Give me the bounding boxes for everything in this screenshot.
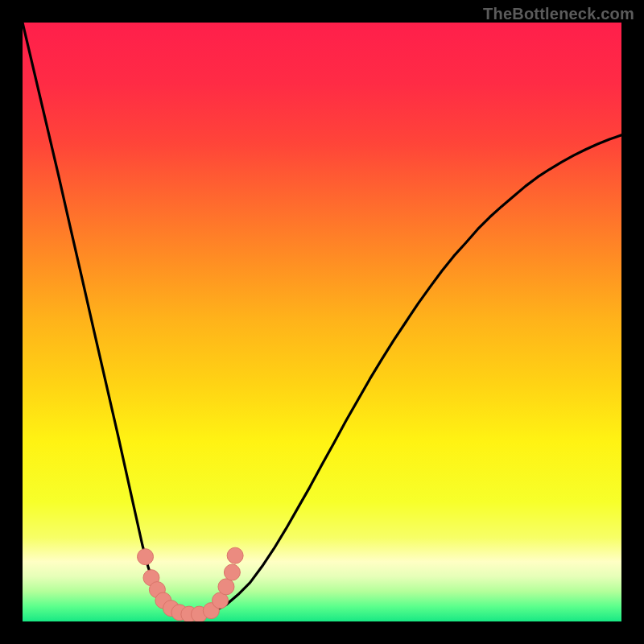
trough-marker (227, 547, 243, 564)
trough-marker (138, 549, 154, 565)
gradient-background (23, 23, 621, 621)
trough-marker (218, 579, 234, 595)
bottleneck-chart (23, 23, 621, 621)
plot-area (23, 23, 621, 621)
trough-marker (224, 564, 240, 580)
watermark-text: TheBottleneck.com (483, 5, 634, 23)
chart-frame: TheBottleneck.com (0, 0, 644, 644)
